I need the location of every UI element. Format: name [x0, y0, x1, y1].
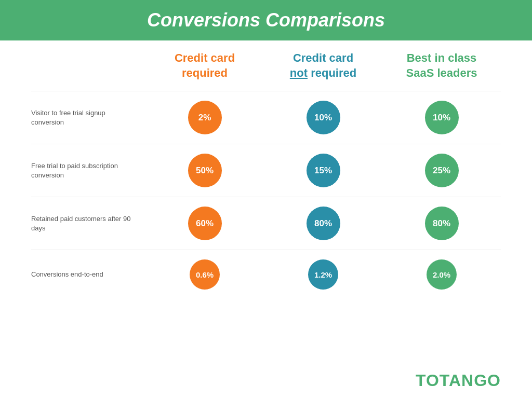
- cell-visitor-not-required: 10%: [264, 101, 382, 134]
- cell-endtoend-not-required: 1.2%: [264, 259, 382, 290]
- rows-area: Visitor to free trial signup conversion …: [31, 91, 501, 355]
- table-row: Conversions end-to-end 0.6% 1.2% 2.0%: [31, 250, 501, 299]
- cell-endtoend-required: 0.6%: [145, 259, 264, 290]
- footer-logo: TOTANGO: [0, 366, 532, 398]
- table-row: Free trial to paid subscription conversi…: [31, 144, 501, 197]
- bubble-retained-required: 60%: [188, 207, 222, 240]
- bubble-freetrial-best: 25%: [425, 154, 459, 187]
- bubble-freetrial-required: 50%: [188, 154, 222, 187]
- table-row: Retained paid customers after 90 days 60…: [31, 197, 501, 250]
- bubble-endtoend-required: 0.6%: [190, 259, 220, 290]
- cell-freetrial-best: 25%: [382, 154, 501, 187]
- bubble-endtoend-not-required: 1.2%: [308, 259, 338, 290]
- bubble-retained-best: 80%: [425, 207, 459, 240]
- cell-endtoend-best: 2.0%: [382, 259, 501, 290]
- page-wrapper: Conversions Comparisons Credit cardrequi…: [0, 0, 532, 398]
- bubble-visitor-best: 10%: [425, 101, 459, 134]
- cell-visitor-required: 2%: [145, 101, 264, 134]
- bubble-visitor-not-required: 10%: [307, 101, 340, 134]
- row-label-visitor: Visitor to free trial signup conversion: [31, 108, 145, 127]
- brand-logo: TOTANGO: [416, 371, 501, 390]
- cell-freetrial-required: 50%: [145, 154, 264, 187]
- header-bar: Conversions Comparisons: [0, 0, 532, 40]
- columns-header: Credit cardrequired Credit cardnot requi…: [31, 51, 501, 80]
- page-title: Conversions Comparisons: [10, 9, 522, 31]
- cell-retained-not-required: 80%: [264, 207, 382, 240]
- col-header-best-in-class: Best in classSaaS leaders: [382, 51, 501, 80]
- col-header-credit-required: Credit cardrequired: [145, 51, 264, 80]
- bubble-retained-not-required: 80%: [307, 207, 340, 240]
- bubble-visitor-required: 2%: [188, 101, 222, 134]
- row-label-freetrial: Free trial to paid subscription conversi…: [31, 161, 145, 180]
- row-label-retained: Retained paid customers after 90 days: [31, 214, 145, 233]
- cell-freetrial-not-required: 15%: [264, 154, 382, 187]
- bubble-freetrial-not-required: 15%: [307, 154, 340, 187]
- content-area: Credit cardrequired Credit cardnot requi…: [0, 40, 532, 366]
- cell-visitor-best: 10%: [382, 101, 501, 134]
- cell-retained-required: 60%: [145, 207, 264, 240]
- bubble-endtoend-best: 2.0%: [427, 259, 457, 290]
- table-row: Visitor to free trial signup conversion …: [31, 91, 501, 144]
- cell-retained-best: 80%: [382, 207, 501, 240]
- col-header-credit-not-required: Credit cardnot required: [264, 51, 382, 80]
- row-label-endtoend: Conversions end-to-end: [31, 270, 145, 279]
